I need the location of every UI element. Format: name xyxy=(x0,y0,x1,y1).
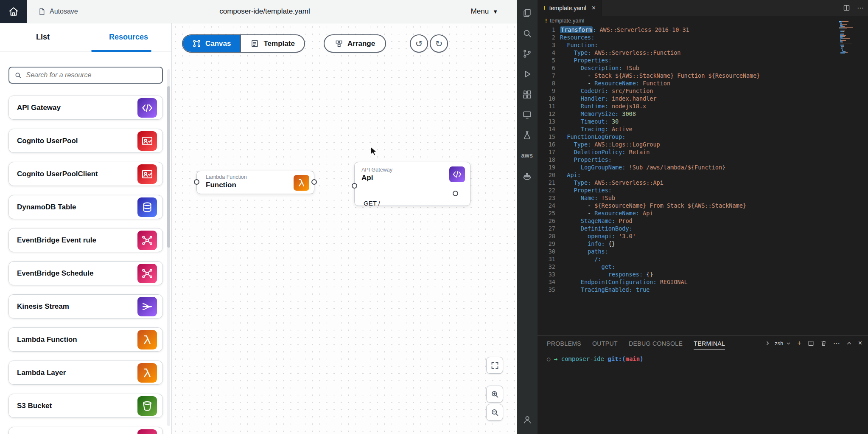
tab-resources[interactable]: Resources xyxy=(86,23,171,51)
zoom-in-button[interactable] xyxy=(486,386,503,403)
search-input[interactable] xyxy=(26,71,157,79)
code-line[interactable]: 10 Handler: index.handler xyxy=(538,95,868,102)
connection-port-right[interactable] xyxy=(311,179,317,185)
panel-tab[interactable]: DEBUG CONSOLE xyxy=(629,337,683,349)
canvas-node-function[interactable]: Lambda Function Function xyxy=(196,171,314,194)
panel-tab[interactable]: PROBLEMS xyxy=(547,337,581,349)
code-line[interactable]: 3 Function: xyxy=(538,41,868,49)
resource-list-item[interactable]: DynamoDB Table xyxy=(8,195,163,219)
close-icon[interactable]: × xyxy=(592,4,596,12)
panel-more-tabs-icon[interactable]: ⋯ xyxy=(700,339,706,347)
route-port[interactable] xyxy=(453,191,458,196)
split-editor-icon[interactable] xyxy=(843,4,850,11)
editor-tab-bar: ! template.yaml × ⋯ xyxy=(538,0,868,16)
resource-search[interactable] xyxy=(8,67,163,84)
panel-tab[interactable]: TERMINAL xyxy=(694,337,725,350)
close-panel-icon[interactable]: × xyxy=(858,339,862,347)
testing-icon[interactable] xyxy=(517,125,538,145)
code-line[interactable]: 8 - ResourceName: Function xyxy=(538,79,868,87)
extensions-icon[interactable] xyxy=(517,84,538,104)
resource-list-item[interactable] xyxy=(8,427,163,434)
resource-list-item[interactable]: Lambda Function xyxy=(8,327,163,352)
code-line[interactable]: 32 get: xyxy=(538,263,868,271)
code-line[interactable]: 33 responses: {} xyxy=(538,271,868,278)
more-actions-icon[interactable]: ⋯ xyxy=(857,4,864,12)
canvas-view-button[interactable]: Canvas xyxy=(183,35,240,52)
code-line[interactable]: 1Transform: AWS::Serverless-2016-10-31 xyxy=(538,26,868,34)
explorer-icon[interactable] xyxy=(517,3,538,23)
editor-tab-template-yaml[interactable]: ! template.yaml × xyxy=(538,0,602,16)
undo-button[interactable]: ↺ xyxy=(410,34,428,53)
run-debug-icon[interactable] xyxy=(517,64,538,84)
shell-picker[interactable]: zsh xyxy=(766,340,791,347)
code-line[interactable]: 5 Properties: xyxy=(538,56,868,64)
code-line[interactable]: 27 DefinitionBody: xyxy=(538,225,868,232)
minimap[interactable] xyxy=(839,21,865,54)
code-line[interactable]: 21 Type: AWS::Serverless::Api xyxy=(538,179,868,186)
code-line[interactable]: 15 FunctionLogGroup: xyxy=(538,133,868,141)
code-line[interactable]: 9 CodeUri: src/Function xyxy=(538,87,868,95)
search-icon[interactable] xyxy=(517,23,538,43)
code-line[interactable]: 29 info: {} xyxy=(538,240,868,248)
breadcrumb[interactable]: ! template.yaml xyxy=(538,16,868,25)
maximize-panel-icon[interactable] xyxy=(846,341,852,346)
home-button[interactable] xyxy=(0,0,27,23)
code-area[interactable]: 1Transform: AWS::Serverless-2016-10-312R… xyxy=(538,25,868,335)
template-view-button[interactable]: Template xyxy=(240,35,304,52)
code-line[interactable]: 25 - ResourceName: Api xyxy=(538,209,868,217)
code-line[interactable]: 20 Api: xyxy=(538,171,868,179)
code-line[interactable]: 17 DeletionPolicy: Retain xyxy=(538,148,868,156)
code-line[interactable]: 26 StageName: Prod xyxy=(538,217,868,225)
code-line[interactable]: 11 Runtime: nodejs18.x xyxy=(538,102,868,110)
code-line[interactable]: 35 TracingEnabled: true xyxy=(538,286,868,293)
code-line[interactable]: 4 Type: AWS::Serverless::Function xyxy=(538,49,868,56)
scrollbar-thumb[interactable] xyxy=(167,86,170,248)
source-control-icon[interactable] xyxy=(517,43,538,64)
resource-list-item[interactable]: Lambda Layer xyxy=(8,361,163,385)
split-terminal-icon[interactable] xyxy=(808,340,814,347)
code-line[interactable]: 16 Type: AWS::Logs::LogGroup xyxy=(538,141,868,148)
code-line[interactable]: 2Resources: xyxy=(538,34,868,41)
docker-icon[interactable] xyxy=(517,166,538,186)
account-icon[interactable] xyxy=(517,409,538,430)
zoom-out-button[interactable] xyxy=(486,404,503,421)
tab-list[interactable]: List xyxy=(0,23,86,51)
code-line[interactable]: 31 /: xyxy=(538,255,868,263)
code-line[interactable]: 30 paths: xyxy=(538,248,868,255)
resource-list-item[interactable]: EventBridge Event rule xyxy=(8,228,163,252)
code-line[interactable]: 18 Properties: xyxy=(538,156,868,163)
resource-list-item[interactable]: API Gateway xyxy=(8,96,163,120)
code-line[interactable]: 24 - ${ResourceName} From Stack ${AWS::S… xyxy=(538,202,868,209)
code-line[interactable]: 7 - Stack ${AWS::StackName} Function ${R… xyxy=(538,72,868,79)
aws-toolkit-icon[interactable]: aws xyxy=(517,145,538,166)
resource-list-item[interactable]: S3 Bucket xyxy=(8,394,163,418)
panel-tab[interactable]: OUTPUT xyxy=(592,337,618,349)
code-line[interactable]: 34 EndpointConfiguration: REGIONAL xyxy=(538,278,868,286)
code-line[interactable]: 12 MemorySize: 3008 xyxy=(538,110,868,118)
sidebar-scrollbar[interactable] xyxy=(167,69,170,426)
new-terminal-icon[interactable]: + xyxy=(797,339,801,347)
redo-button[interactable]: ↻ xyxy=(430,34,448,53)
resource-list-item[interactable]: EventBridge Schedule xyxy=(8,261,163,285)
resource-list-item[interactable]: Cognito UserPoolClient xyxy=(8,162,163,186)
terminal-output[interactable]: ○ → composer-ide git:(main) xyxy=(538,350,868,362)
arrange-button[interactable]: Arrange xyxy=(324,34,386,53)
code-line[interactable]: 22 Properties: xyxy=(538,186,868,194)
connection-port-left[interactable] xyxy=(194,179,199,185)
zoom-fit-button[interactable] xyxy=(486,357,503,374)
composer-canvas[interactable]: Canvas Template Arrange ↺ ↻ L xyxy=(172,23,517,434)
code-line[interactable]: 14 Tracing: Active xyxy=(538,125,868,133)
menu-button[interactable]: Menu ▼ xyxy=(471,7,498,16)
resource-list-item[interactable]: Cognito UserPool xyxy=(8,129,163,153)
resource-list-item[interactable]: Kinesis Stream xyxy=(8,294,163,318)
code-line[interactable]: 13 Timeout: 30 xyxy=(538,118,868,125)
panel-more-actions-icon[interactable]: ⋯ xyxy=(833,339,840,347)
code-line[interactable]: 28 openapi: '3.0' xyxy=(538,232,868,240)
kill-terminal-icon[interactable] xyxy=(820,340,827,347)
code-line[interactable]: 19 LogGroupName: !Sub /aws/lambda/${Func… xyxy=(538,163,868,171)
canvas-node-api[interactable]: API Gateway Api GET / xyxy=(354,162,470,206)
code-line[interactable]: 23 Name: !Sub xyxy=(538,194,868,202)
code-line[interactable]: 6 Description: !Sub xyxy=(538,64,868,72)
remote-explorer-icon[interactable] xyxy=(517,104,538,125)
connection-port-left[interactable] xyxy=(352,183,357,189)
